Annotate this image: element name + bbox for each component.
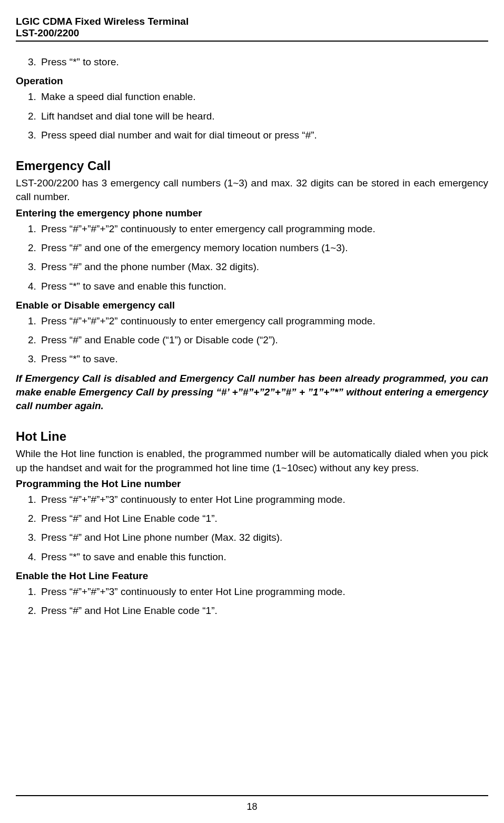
list-item: Lift handset and dial tone will be heard… [39, 110, 488, 123]
page-header: LGIC CDMA Fixed Wireless Terminal LST-20… [16, 16, 488, 42]
list-item: Press “#” and Enable code (“1”) or Disab… [39, 333, 488, 347]
section-heading-operation: Operation [16, 74, 488, 88]
list-item: Press “*” to save. [39, 352, 488, 366]
emergency-enter-list: Press “#”+”#”+”2” continuously to enter … [16, 222, 488, 293]
page-content: Press “*” to store. Operation Make a spe… [16, 42, 488, 774]
page-footer: 18 [16, 795, 488, 823]
header-title: LGIC CDMA Fixed Wireless Terminal [16, 16, 488, 27]
list-item: Press “#” and Hot Line phone number (Max… [39, 531, 488, 544]
list-item: Press “#”+”#”+”2” continuously to enter … [39, 222, 488, 236]
section-heading-emergency: Emergency Call [16, 157, 488, 174]
list-item: Press “#”+”#”+”3” continuously to enter … [39, 493, 488, 507]
page: LGIC CDMA Fixed Wireless Terminal LST-20… [0, 0, 504, 823]
emergency-enable-list: Press “#”+”#”+”2” continuously to enter … [16, 314, 488, 366]
operation-list: Make a speed dial function enable. Lift … [16, 90, 488, 142]
hotline-program-list: Press “#”+”#”+”3” continuously to enter … [16, 493, 488, 564]
list-item: Press “#” and Hot Line Enable code “1”. [39, 604, 488, 618]
list-item: Press “#” and Hot Line Enable code “1”. [39, 512, 488, 525]
page-number: 18 [246, 801, 257, 812]
subsection-heading: Enable or Disable emergency call [16, 299, 488, 312]
list-item: Press “*” to store. [39, 55, 488, 69]
header-subtitle: LST-200/2200 [16, 27, 488, 42]
list-item: Press “*” to save and enable this functi… [39, 550, 488, 564]
subsection-heading: Programming the Hot Line number [16, 477, 488, 491]
subsection-heading: Enable the Hot Line Feature [16, 569, 488, 583]
hotline-intro: While the Hot line function is enabled, … [16, 447, 488, 474]
list-item: Press “#”+”#”+”2” continuously to enter … [39, 314, 488, 328]
emergency-intro: LST-200/2200 has 3 emergency call number… [16, 176, 488, 204]
list-item: Press “#” and one of the emergency memor… [39, 241, 488, 255]
subsection-heading: Entering the emergency phone number [16, 206, 488, 220]
emergency-note: If Emergency Call is disabled and Emerge… [16, 372, 488, 413]
list-item: Press “#” and the phone number (Max. 32 … [39, 260, 488, 274]
continued-list: Press “*” to store. [16, 55, 488, 69]
section-heading-hotline: Hot Line [16, 428, 488, 445]
list-item: Press “#”+”#”+”3” continuously to enter … [39, 585, 488, 599]
list-item: Press “*” to save and enable this functi… [39, 280, 488, 293]
list-item: Make a speed dial function enable. [39, 90, 488, 104]
hotline-enable-list: Press “#”+”#”+”3” continuously to enter … [16, 585, 488, 618]
list-item: Press speed dial number and wait for dia… [39, 128, 488, 142]
